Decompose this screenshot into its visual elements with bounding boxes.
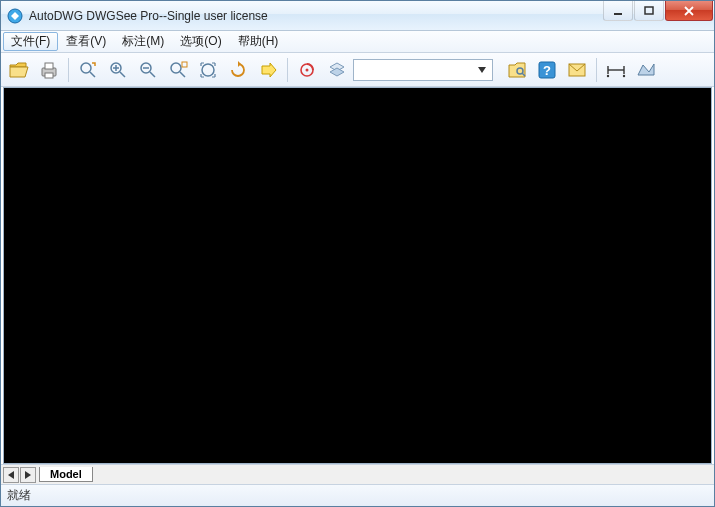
svg-point-20 <box>306 68 309 71</box>
zoom-out-button[interactable] <box>134 56 162 84</box>
open-button[interactable] <box>5 56 33 84</box>
svg-line-13 <box>150 72 155 77</box>
svg-rect-17 <box>182 62 187 67</box>
regen-button[interactable] <box>293 56 321 84</box>
svg-point-15 <box>171 63 181 73</box>
separator <box>287 58 288 82</box>
layout-tabstrip: Model <box>1 464 714 484</box>
chevron-down-icon <box>474 67 490 73</box>
mail-button[interactable] <box>563 56 591 84</box>
menu-help[interactable]: 帮助(H) <box>230 31 287 52</box>
close-button[interactable] <box>665 1 713 21</box>
svg-rect-1 <box>614 13 622 15</box>
svg-rect-4 <box>45 63 53 69</box>
print-button[interactable] <box>35 56 63 84</box>
menu-file[interactable]: 文件(F) <box>3 32 58 51</box>
app-window: AutoDWG DWGSee Pro--Single user license … <box>0 0 715 507</box>
menu-option[interactable]: 选项(O) <box>172 31 229 52</box>
layout-combo[interactable] <box>353 59 493 81</box>
svg-rect-2 <box>645 7 653 14</box>
zoom-extents-button[interactable] <box>164 56 192 84</box>
find-button[interactable] <box>503 56 531 84</box>
svg-line-9 <box>120 72 125 77</box>
next-button[interactable] <box>254 56 282 84</box>
svg-rect-5 <box>45 73 53 78</box>
svg-text:?: ? <box>543 63 551 78</box>
separator <box>596 58 597 82</box>
rotate-button[interactable] <box>224 56 252 84</box>
toolbar: ? <box>1 53 714 87</box>
statusbar: 就绪 <box>1 484 714 506</box>
menu-markup[interactable]: 标注(M) <box>114 31 172 52</box>
zoom-all-button[interactable] <box>194 56 222 84</box>
drawing-canvas[interactable] <box>3 87 712 464</box>
minimize-button[interactable] <box>603 1 633 21</box>
menu-view[interactable]: 查看(V) <box>58 31 114 52</box>
window-buttons <box>603 1 714 30</box>
tab-scroll-left[interactable] <box>3 467 19 483</box>
svg-line-16 <box>180 72 185 77</box>
zoom-in-button[interactable] <box>104 56 132 84</box>
zoom-window-button[interactable] <box>74 56 102 84</box>
svg-point-30 <box>623 74 625 76</box>
maximize-button[interactable] <box>634 1 664 21</box>
area-button[interactable] <box>632 56 660 84</box>
measure-button[interactable] <box>602 56 630 84</box>
svg-point-6 <box>81 63 91 73</box>
svg-point-29 <box>607 74 609 76</box>
window-title: AutoDWG DWGSee Pro--Single user license <box>29 9 603 23</box>
layers-button[interactable] <box>323 56 351 84</box>
menubar: 文件(F) 查看(V) 标注(M) 选项(O) 帮助(H) <box>1 31 714 53</box>
titlebar: AutoDWG DWGSee Pro--Single user license <box>1 1 714 31</box>
svg-point-18 <box>202 64 214 76</box>
tab-model[interactable]: Model <box>39 467 93 482</box>
separator <box>68 58 69 82</box>
svg-line-7 <box>90 72 95 77</box>
help-button[interactable]: ? <box>533 56 561 84</box>
app-icon <box>7 8 23 24</box>
tab-scroll-right[interactable] <box>20 467 36 483</box>
status-text: 就绪 <box>7 487 31 504</box>
